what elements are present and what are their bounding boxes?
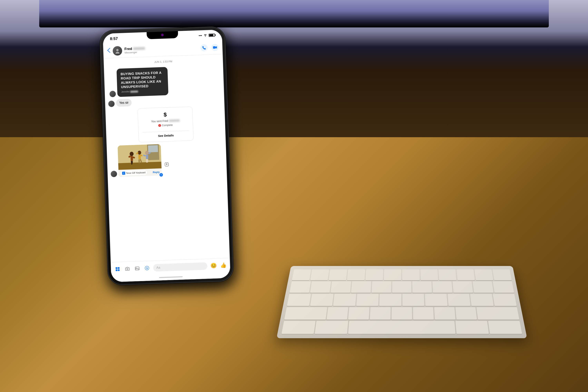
key [370,307,391,320]
shift-key [284,307,327,320]
payment-button[interactable]: $ [143,264,150,272]
key [438,269,456,280]
apps-button[interactable] [114,266,121,273]
svg-text:$: $ [146,266,148,270]
gif-sender-avatar [111,171,117,177]
payment-message: $ You sent Fred Complete See Details [108,106,223,144]
battery-icon [208,34,215,37]
message-gif: BUYING SNACKS FOR A ROAD TRIP SHOULD ALW… [107,65,221,97]
key [315,321,348,334]
key [347,269,365,280]
key [351,282,371,293]
text-message-bubble: Yes sir [116,99,132,107]
reply-button[interactable]: Reply [153,170,160,174]
key [456,269,475,280]
home-bar [159,276,183,278]
like-button[interactable]: 👍 [220,262,227,269]
svg-rect-30 [116,269,118,271]
key [292,269,311,280]
contact-info[interactable]: Fred Messenger [124,44,198,54]
return-key [488,321,522,334]
key [348,307,370,320]
signal-icon: ▪▪▪ [198,34,202,38]
svg-rect-2 [213,46,216,48]
video-call-button[interactable] [211,44,218,51]
gif-image-message: T Tenor GIF Keyboard Reply + [110,142,224,177]
key [330,282,351,293]
key [452,282,473,293]
key [420,269,438,280]
back-button[interactable] [107,48,110,54]
payment-status: Complete [158,124,173,127]
svg-point-32 [126,268,128,270]
svg-rect-3 [104,95,104,99]
date-separator: JUN 1, 1:53 PM [107,58,220,65]
space-key [348,321,456,334]
svg-rect-33 [135,267,139,270]
key [472,282,494,293]
svg-rect-29 [118,267,120,269]
key [366,269,384,280]
key [379,294,402,306]
key [402,269,420,280]
share-gif-icon[interactable] [164,162,169,168]
notch [146,31,178,40]
key [329,269,347,280]
see-details-button[interactable]: See Details [142,130,189,138]
phone-call-button[interactable] [200,44,208,51]
tenor-attribution: T Tenor GIF Keyboard [120,170,147,176]
keyboard [276,266,527,338]
monitor [39,0,549,28]
payment-description: You sent Fred [142,118,189,123]
emoji-button[interactable]: 😊 [210,262,217,269]
key [384,269,402,280]
contact-avatar[interactable] [112,46,122,56]
key [493,294,517,306]
svg-point-0 [116,49,118,51]
emoji-icon: 😊 [210,262,217,269]
chat-messages: JUN 1, 1:53 PM BUYING SNACKS FOR A ROAD … [104,54,230,262]
input-placeholder: Aa [156,266,160,270]
backspace-key [476,307,520,320]
key [455,307,477,320]
key [392,282,412,293]
gif-source: Jennifer [121,89,164,94]
key [310,269,329,280]
camera-button[interactable] [124,265,131,272]
key [434,307,456,320]
key [448,294,470,306]
key [413,307,434,320]
key [310,282,331,293]
key [412,282,432,293]
tenor-label: Tenor GIF Keyboard [126,171,146,174]
svg-rect-28 [116,267,118,269]
message-input[interactable]: Aa [153,262,207,272]
key [287,294,311,306]
status-icons: ▪▪▪ [198,33,215,38]
phone-screen: 8:57 ▪▪▪ [103,30,230,282]
status-time: 8:57 [110,36,118,41]
phone-device: 8:57 ▪▪▪ [100,26,234,286]
gif-text: BUYING SNACKS FOR A ROAD TRIP SHOULD ALW… [120,70,164,90]
message-text: Yes sir [108,96,221,107]
sender-name-blur [130,90,138,93]
share-icon[interactable] [104,94,118,101]
svg-point-34 [136,268,136,268]
gif-text-content: BUYING SNACKS FOR A ROAD TRIP SHOULD ALW… [116,67,168,97]
key [402,294,424,306]
tenor-logo: T [122,172,126,175]
camera-dot [161,34,164,36]
key [282,321,316,334]
status-indicator [158,124,161,127]
contact-first-name: Fred [124,47,132,51]
svg-rect-22 [146,155,148,159]
key [456,321,489,334]
payment-card: $ You sent Fred Complete See Details [138,106,194,143]
wifi-icon [204,34,207,37]
svg-rect-10 [130,156,133,161]
photo-button[interactable] [134,264,141,272]
key [310,294,334,306]
key [492,269,512,280]
svg-rect-8 [148,145,158,152]
key [474,269,493,280]
